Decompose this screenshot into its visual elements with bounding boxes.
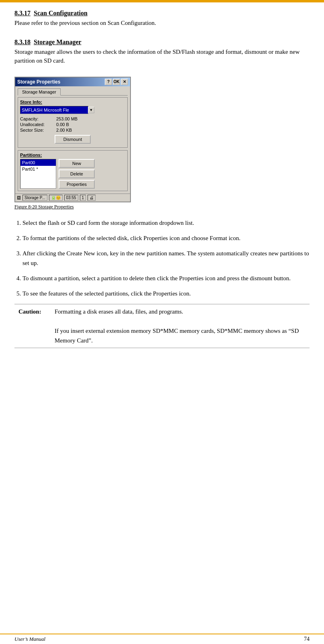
caution-label: Caution: <box>14 304 51 348</box>
section-8317: 8.3.17 Scan Configuration Please refer t… <box>14 10 310 28</box>
statusbar-count: 1 <box>80 195 86 201</box>
section-8317-desc: Please refer to the previous section on … <box>14 18 310 28</box>
footer: User’s Manual 74 <box>0 634 324 644</box>
list-item: To dismount a partition, select a partit… <box>22 273 310 283</box>
store-dropdown[interactable]: SMFLASH Microsoft Fle <box>20 106 88 114</box>
partitions-section: Partitions: Part00 Part01 * New Delete P… <box>18 150 128 191</box>
section-8317-heading: 8.3.17 Scan Configuration <box>14 10 310 17</box>
section-8317-title: Scan Configuration <box>34 10 88 16</box>
list-item: To see the features of the selected part… <box>22 289 310 298</box>
delete-button[interactable]: Delete <box>59 169 95 178</box>
caution-text1: Formatting a disk erases all data, files… <box>51 304 310 348</box>
sector-label: Sector Size: <box>20 128 56 132</box>
statusbar-time: 03:55 <box>64 195 78 201</box>
unallocated-value: 0.00 B <box>56 122 125 127</box>
page-content: 8.3.17 Scan Configuration Please refer t… <box>0 2 324 380</box>
steps-list: Select the flash or SD card form the sto… <box>22 218 310 298</box>
storage-properties-dialog: Storage Properties ? OK ✕ Storage Manage… <box>14 77 131 202</box>
info-grid: Capacity: 253.00 MB Unallocated: 0.00 B … <box>20 116 125 132</box>
close-button[interactable]: ✕ <box>121 79 128 85</box>
caution-table: Caution: Formatting a disk erases all da… <box>14 304 310 348</box>
dialog-title: Storage Properties <box>17 79 60 85</box>
help-button[interactable]: ? <box>105 79 112 85</box>
list-item[interactable]: Part01 * <box>20 166 56 172</box>
dialog-titlebar-buttons: ? OK ✕ <box>105 79 128 85</box>
section-8318: 8.3.18 Storage Manager Storage manager a… <box>14 39 310 348</box>
section-8318-desc: Storage manager allows the users to chec… <box>14 47 310 65</box>
dropdown-row: SMFLASH Microsoft Fle ▼ <box>20 106 125 114</box>
partition-list[interactable]: Part00 Part01 * <box>20 159 56 189</box>
statusbar-icon2: 🔋😊 <box>49 195 63 201</box>
store-info-box: Store Info: SMFLASH Microsoft Fle ▼ Capa… <box>18 97 128 148</box>
statusbar-print-icon: 🖨 <box>88 195 96 201</box>
partitions-row: Part00 Part01 * New Delete Properties <box>20 159 125 189</box>
capacity-label: Capacity: <box>20 116 56 121</box>
partitions-label: Partitions: <box>20 153 125 157</box>
dialog-statusbar: 🖼 Storage P... 🔋😊 03:55 1 🖨 <box>15 194 130 202</box>
dropdown-arrow-icon[interactable]: ▼ <box>88 107 94 113</box>
store-dropdown-value: SMFLASH Microsoft Fle <box>22 108 69 112</box>
footer-page: 74 <box>304 636 310 642</box>
list-item: To format the partitions of the selected… <box>22 233 310 243</box>
section-8318-heading: 8.3.18 Storage Manager <box>14 39 310 46</box>
properties-button[interactable]: Properties <box>59 180 95 189</box>
statusbar-storage: Storage P... <box>22 195 47 201</box>
capacity-value: 253.00 MB <box>56 116 125 121</box>
sector-value: 2.00 KB <box>56 128 125 132</box>
list-item: After clicking the Create New icon, key … <box>22 249 310 268</box>
figure-caption: Figure 8-20 Storage Properties <box>14 204 131 210</box>
tab-row: Storage Manager <box>18 88 128 96</box>
ok-button[interactable]: OK <box>113 79 120 85</box>
section-8318-number: 8.3.18 <box>14 39 31 45</box>
section-8318-title: Storage Manager <box>34 39 82 45</box>
dialog-titlebar: Storage Properties ? OK ✕ <box>15 77 130 86</box>
partition-buttons: New Delete Properties <box>59 159 95 189</box>
unallocated-label: Unallocated: <box>20 122 56 127</box>
tab-storage-manager[interactable]: Storage Manager <box>18 88 61 96</box>
dialog-body: Storage Manager Store Info: SMFLASH Micr… <box>15 86 130 194</box>
list-item[interactable]: Part00 <box>20 159 56 166</box>
dismount-button[interactable]: Dismount <box>55 135 91 144</box>
figure-container: Storage Properties ? OK ✕ Storage Manage… <box>14 77 131 210</box>
store-info-label: Store Info: <box>20 100 125 104</box>
section-8317-number: 8.3.17 <box>14 10 31 16</box>
footer-manual: User’s Manual <box>14 636 45 642</box>
new-button[interactable]: New <box>59 159 95 168</box>
list-item: Select the flash or SD card form the sto… <box>22 218 310 228</box>
